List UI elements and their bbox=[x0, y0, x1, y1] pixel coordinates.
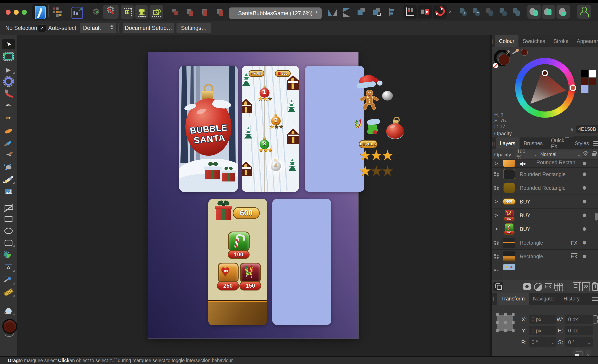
vector-brush-tool[interactable] bbox=[0, 126, 17, 136]
minimize-button[interactable] bbox=[14, 10, 19, 15]
artboard[interactable]: BUBBLE SANTA bbox=[148, 52, 358, 339]
point-transform-tool[interactable] bbox=[0, 76, 17, 86]
swatch-white[interactable] bbox=[589, 70, 596, 77]
flip-horizontal-icon[interactable] bbox=[328, 9, 337, 16]
layer-row[interactable]: > 600 BUY bbox=[492, 195, 598, 209]
boolean-intersect-icon[interactable] bbox=[486, 8, 496, 17]
assets-grid-icon[interactable] bbox=[52, 8, 64, 17]
transform-anchor-selector[interactable] bbox=[497, 314, 513, 331]
zoom-window-button[interactable] bbox=[22, 10, 27, 15]
swatch-periwinkle[interactable] bbox=[581, 85, 589, 93]
tab-layers[interactable]: Layers bbox=[496, 137, 520, 149]
swatch-black[interactable] bbox=[581, 70, 589, 77]
hex-input[interactable]: 4E150B bbox=[576, 125, 598, 133]
s-input[interactable]: 0 ° ⌄ bbox=[565, 337, 593, 347]
tab-swatches[interactable]: Swatches bbox=[518, 35, 549, 47]
layer-visibility-dot[interactable] bbox=[583, 241, 586, 245]
insert-behind-button[interactable] bbox=[527, 5, 541, 19]
text-tool[interactable]: A bbox=[0, 263, 17, 273]
r-input[interactable]: 0 ° ⌄ bbox=[529, 337, 556, 347]
node-tool[interactable]: ▶ bbox=[0, 65, 17, 75]
transform-panel-menu-icon[interactable] bbox=[590, 293, 598, 305]
boolean-subtract-icon[interactable]: − bbox=[473, 8, 482, 17]
panel-grip[interactable]: || bbox=[492, 137, 496, 149]
game-level-map-screen[interactable]: ♥ 5 FULL 600 1 ★★★ bbox=[242, 66, 299, 192]
tab-stroke[interactable]: Stroke bbox=[549, 35, 573, 47]
panel-grip[interactable]: || bbox=[492, 293, 497, 305]
game-title-screen[interactable]: BUBBLE SANTA bbox=[179, 66, 238, 192]
layer-fx-icon[interactable]: FX bbox=[571, 240, 577, 246]
rotate-cw-icon[interactable] bbox=[372, 8, 381, 16]
boolean-xor-icon[interactable] bbox=[499, 8, 509, 17]
document-setup-button[interactable]: Document Setup… bbox=[123, 23, 174, 33]
layer-settings-gear-icon[interactable]: ⚙ bbox=[583, 150, 588, 157]
layer-row-partial[interactable] bbox=[492, 263, 598, 280]
margins-grid-button[interactable] bbox=[121, 5, 134, 19]
add-layer-button[interactable]: + bbox=[573, 282, 580, 291]
mesh-warp-icon[interactable] bbox=[554, 283, 563, 291]
shop-item-candy-cane[interactable] bbox=[228, 232, 249, 251]
ornament-sprite[interactable] bbox=[386, 117, 405, 139]
pencil-tool[interactable]: ✏ bbox=[0, 113, 17, 123]
tab-history[interactable]: History bbox=[559, 293, 584, 305]
layer-row[interactable]: Rounded Rectangle bbox=[492, 181, 598, 195]
panel-grip[interactable]: || bbox=[492, 35, 495, 47]
subtract-boolean-icon[interactable] bbox=[186, 9, 196, 16]
crackers-sprite-small[interactable] bbox=[354, 120, 363, 130]
tab-navigator[interactable]: Navigator bbox=[529, 293, 559, 305]
document-title[interactable]: SantaBubblesGame (127.6%) * bbox=[229, 8, 322, 19]
force-pixel-alignment-button[interactable] bbox=[403, 5, 417, 19]
auto-select-checkbox[interactable]: ✓ bbox=[38, 24, 46, 32]
artboard-tool[interactable]: + bbox=[0, 51, 17, 61]
shape-builder-tool[interactable] bbox=[0, 250, 17, 260]
layer-row[interactable]: > 100 BUY bbox=[492, 222, 598, 236]
layer-visibility-dot[interactable] bbox=[583, 227, 586, 231]
close-button[interactable] bbox=[6, 10, 11, 15]
shop-item-crackers[interactable] bbox=[240, 263, 261, 283]
add-pixel-layer-button[interactable] bbox=[582, 282, 590, 291]
mask-layer-icon[interactable] bbox=[523, 283, 531, 290]
tab-styles[interactable]: Styles bbox=[571, 137, 593, 149]
swatch-fill[interactable] bbox=[581, 78, 589, 85]
layer-visibility-dot[interactable] bbox=[583, 186, 586, 190]
rectangle-tool[interactable] bbox=[0, 214, 17, 224]
stocking-sprite[interactable] bbox=[365, 120, 382, 135]
colour-wheel[interactable] bbox=[515, 58, 575, 118]
geometry-overlap-button[interactable] bbox=[150, 5, 163, 19]
account-persona-button[interactable] bbox=[577, 5, 591, 19]
measure-tool[interactable] bbox=[0, 287, 17, 297]
node-eraser-tool[interactable] bbox=[0, 162, 17, 172]
stars-sprite-row-2[interactable]: ★★★ bbox=[360, 165, 393, 177]
game-shop-screen[interactable]: 600 100 ♥ ∞ 250 bbox=[208, 199, 267, 325]
style-picker-tool[interactable] bbox=[0, 275, 17, 285]
knife-tool[interactable] bbox=[0, 150, 17, 160]
intersect-boolean-icon[interactable] bbox=[201, 9, 211, 16]
adjustment-layer-icon[interactable] bbox=[534, 283, 542, 291]
tab-brushes[interactable]: Brushes bbox=[520, 137, 547, 149]
rounded-rectangle-tool[interactable] bbox=[0, 238, 17, 248]
auto-select-dropdown[interactable]: Default bbox=[80, 23, 116, 33]
shop-item-infinite-lives[interactable]: ♥ ∞ bbox=[218, 263, 239, 283]
tab-transform[interactable]: Transform bbox=[497, 293, 529, 305]
corner-tool[interactable] bbox=[0, 89, 17, 99]
canvas-pasteboard[interactable]: BUBBLE SANTA bbox=[17, 35, 488, 356]
zoom-tool[interactable] bbox=[0, 306, 17, 316]
preferences-gear-button[interactable]: ⚙ bbox=[103, 5, 119, 19]
colour-cycle-arrows-icon[interactable] bbox=[5, 333, 14, 337]
alignment-icon[interactable] bbox=[388, 8, 397, 16]
colour-selector-well[interactable] bbox=[2, 319, 17, 334]
layer-row[interactable]: > ◀● Rounded Rectan… bbox=[492, 160, 598, 168]
no-colour-swatch[interactable] bbox=[493, 63, 498, 68]
pen-tool[interactable]: ✒ bbox=[0, 100, 17, 110]
hue-selector[interactable] bbox=[570, 84, 576, 91]
y-input[interactable]: 0 px bbox=[529, 326, 556, 335]
layer-row[interactable]: Rounded Rectangle bbox=[492, 168, 598, 181]
layer-visibility-dot[interactable] bbox=[583, 162, 586, 165]
gingerbread-man-sprite[interactable] bbox=[360, 90, 379, 110]
silver-bubble-sprite[interactable] bbox=[382, 91, 393, 100]
layer-effects-icon[interactable]: FX bbox=[545, 283, 552, 290]
layers-panel-menu-icon[interactable] bbox=[593, 137, 598, 149]
swatch-recent[interactable] bbox=[589, 78, 596, 85]
layer-visibility-dot[interactable] bbox=[583, 173, 586, 176]
fill-gradient-tool[interactable] bbox=[0, 175, 17, 185]
